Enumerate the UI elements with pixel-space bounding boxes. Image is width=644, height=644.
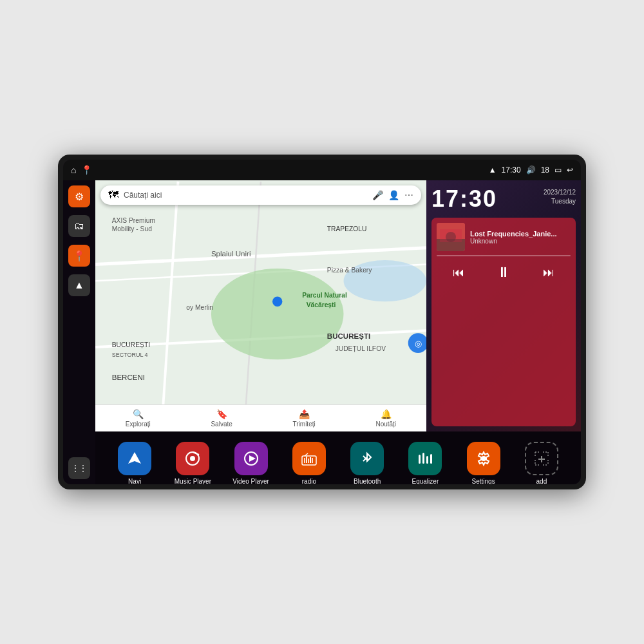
back-icon[interactable]: ↩ (567, 166, 573, 175)
equalizer-label: Equalizer (412, 478, 439, 484)
sidebar-item-files[interactable]: 🗂 (68, 215, 90, 237)
svg-marker-30 (128, 452, 141, 464)
sidebar: ⚙ 🗂 📍 ▲ ⋮⋮ (63, 180, 95, 484)
svg-rect-42 (312, 458, 313, 463)
svg-point-6 (211, 269, 344, 359)
svg-text:BUCUREȘTI: BUCUREȘTI (112, 341, 150, 348)
device: ⌂ 📍 ▲ 17:30 🔊 18 ▭ ↩ (58, 155, 586, 489)
more-options-icon[interactable]: ⋯ (404, 190, 413, 200)
svg-text:Pizza & Bakery: Pizza & Bakery (327, 267, 372, 274)
info-panel: 17:30 2023/12/12 Tuesday (426, 180, 581, 431)
screen: ⌂ 📍 ▲ 17:30 🔊 18 ▭ ↩ (63, 160, 581, 484)
settings-label: Settings (472, 478, 495, 484)
music-player-icon (176, 442, 209, 475)
radio-label: radio (302, 478, 316, 484)
settings-icon: ⚙ (75, 191, 84, 203)
video-player-icon (234, 442, 268, 475)
music-info: Lost Frequencies_Janie... Unknown (437, 223, 571, 251)
music-section: Lost Frequencies_Janie... Unknown ⏮ ⏸ ⏭ (431, 218, 576, 426)
map-tab-news[interactable]: 🔔 Noutăți (375, 409, 396, 428)
map-tab-share[interactable]: 📤 Trimiteți (293, 409, 316, 428)
status-right: ▲ 17:30 🔊 18 ▭ ↩ (489, 166, 573, 175)
sidebar-item-maps[interactable]: 📍 (68, 245, 90, 267)
map-tab-saved[interactable]: 🔖 Salvate (211, 409, 232, 428)
settings-app-icon (467, 442, 500, 475)
app-item-radio[interactable]: radio (289, 442, 330, 484)
sidebar-item-nav[interactable]: ▲ (68, 274, 90, 296)
add-label: add (536, 478, 547, 484)
svg-text:oy Merlin: oy Merlin (186, 304, 213, 311)
explore-icon: 🔍 (133, 409, 144, 419)
mic-icon[interactable]: 🎤 (372, 190, 383, 200)
svg-text:BUCUREȘTI: BUCUREȘTI (327, 332, 370, 340)
svg-rect-43 (419, 455, 421, 464)
app-item-settings[interactable]: Settings (463, 442, 504, 484)
app-item-equalizer[interactable]: Equalizer (404, 442, 446, 484)
svg-text:◎: ◎ (415, 339, 422, 348)
bluetooth-icon (350, 442, 384, 475)
app-item-bluetooth[interactable]: Bluetooth (346, 442, 388, 484)
files-icon: 🗂 (74, 220, 84, 232)
grid-icon: ⋮⋮ (71, 464, 87, 473)
map-panel[interactable]: 🗺 Căutați aici 🎤 👤 ⋯ (95, 180, 426, 431)
news-icon: 🔔 (381, 409, 392, 419)
svg-text:Parcul Natural: Parcul Natural (302, 292, 347, 299)
svg-marker-35 (249, 455, 256, 462)
share-icon: 📤 (299, 409, 310, 419)
svg-rect-29 (440, 229, 462, 242)
navi-label: Navi (128, 478, 141, 484)
svg-text:AXIS Premium: AXIS Premium (112, 217, 155, 224)
music-title: Lost Frequencies_Janie... (470, 230, 571, 238)
svg-point-19 (272, 297, 282, 307)
home-icon[interactable]: ⌂ (71, 165, 76, 175)
pause-button[interactable]: ⏸ (494, 261, 513, 283)
svg-rect-40 (308, 459, 309, 463)
maps-status-icon[interactable]: 📍 (81, 165, 92, 175)
map-pin-icon: 📍 (73, 250, 86, 262)
svg-rect-44 (422, 453, 424, 464)
status-time: 17:30 (502, 166, 521, 175)
main-area: ⚙ 🗂 📍 ▲ ⋮⋮ (63, 180, 581, 484)
svg-point-48 (481, 456, 486, 461)
music-controls: ⏮ ⏸ ⏭ (437, 261, 571, 283)
map-tab-explore[interactable]: 🔍 Explorați (126, 409, 151, 428)
battery-num: 18 (541, 166, 549, 175)
clock-time: 17:30 (431, 185, 497, 213)
top-panels: 🗺 Căutați aici 🎤 👤 ⋯ (95, 180, 581, 431)
svg-text:Splaiul Uniri: Splaiul Uniri (211, 250, 251, 258)
bluetooth-label: Bluetooth (354, 478, 381, 484)
svg-text:TRAPEZOLU: TRAPEZOLU (327, 225, 367, 232)
sidebar-item-settings[interactable]: ⚙ (68, 185, 90, 207)
sidebar-item-grid[interactable]: ⋮⋮ (68, 457, 90, 479)
google-maps-logo-icon: 🗺 (108, 189, 118, 201)
status-left: ⌂ 📍 (71, 165, 92, 175)
music-artist: Unknown (470, 238, 571, 245)
svg-rect-41 (310, 457, 311, 463)
app-item-add[interactable]: add (521, 442, 562, 484)
svg-text:SECTORUL 4: SECTORUL 4 (112, 352, 148, 358)
map-search-bar[interactable]: 🗺 Căutați aici 🎤 👤 ⋯ (100, 185, 421, 205)
map-search-placeholder[interactable]: Căutați aici (124, 191, 367, 200)
nav-icon: ▲ (74, 279, 84, 291)
music-details: Lost Frequencies_Janie... Unknown (470, 230, 571, 245)
next-button[interactable]: ⏭ (540, 263, 557, 282)
svg-text:BERCENI: BERCENI (112, 374, 145, 381)
equalizer-icon (408, 442, 442, 475)
map-bottom-bar: 🔍 Explorați 🔖 Salvate 📤 Trimiteți (95, 404, 426, 431)
navi-icon (118, 442, 151, 475)
svg-rect-45 (426, 456, 428, 464)
music-progress-bar[interactable] (437, 255, 571, 256)
app-item-music-player[interactable]: Music Player (172, 442, 213, 484)
add-icon (525, 442, 558, 475)
account-icon[interactable]: 👤 (388, 190, 399, 200)
prev-button[interactable]: ⏮ (450, 263, 467, 282)
svg-text:JUDEȚUL ILFOV: JUDEȚUL ILFOV (336, 345, 386, 352)
map-view: Splaiul Uniri TRAPEZOLU Parcul Natural V… (95, 180, 426, 431)
music-player-label: Music Player (175, 478, 211, 484)
clock-date: 2023/12/12 Tuesday (544, 188, 576, 206)
svg-text:Mobility - Sud: Mobility - Sud (112, 225, 152, 232)
app-item-navi[interactable]: Navi (114, 442, 155, 484)
album-art (437, 223, 465, 251)
app-item-video-player[interactable]: Video Player (231, 442, 272, 484)
svg-text:Văcărești: Văcărești (307, 301, 336, 308)
